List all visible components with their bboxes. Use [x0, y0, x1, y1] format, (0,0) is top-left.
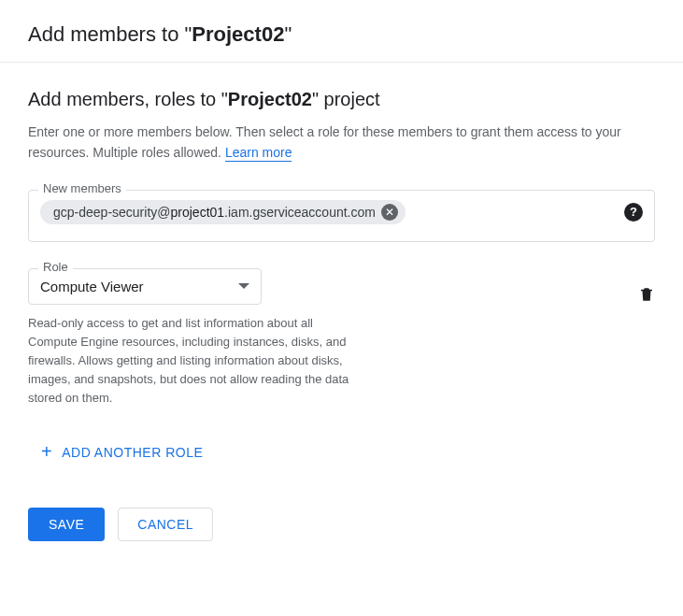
caret-down-icon	[238, 283, 249, 289]
dialog-content: Add members, roles to "Project02" projec…	[0, 63, 683, 567]
heading-prefix: Add members, roles to "	[28, 89, 228, 109]
add-another-role-button[interactable]: + ADD ANOTHER ROLE	[41, 441, 203, 463]
role-select-box[interactable]: Compute Viewer	[29, 269, 261, 304]
delete-role-button[interactable]	[638, 285, 655, 304]
role-select[interactable]: Role Compute Viewer	[28, 268, 262, 305]
role-legend: Role	[38, 260, 73, 274]
new-members-legend: New members	[38, 181, 126, 195]
intro-body: Enter one or more members below. Then se…	[28, 124, 621, 160]
save-button[interactable]: SAVE	[28, 508, 105, 541]
title-suffix: "	[284, 22, 292, 46]
plus-icon: +	[41, 441, 52, 463]
chip-text: gcp-deep-security@project01.iam.gservice…	[53, 205, 376, 220]
intro-text: Enter one or more members below. Then se…	[28, 122, 655, 164]
role-row: Role Compute Viewer Read-only access to …	[28, 268, 655, 408]
role-selected-value: Compute Viewer	[40, 279, 144, 294]
learn-more-link[interactable]: Learn more	[225, 145, 292, 162]
add-role-label: ADD ANOTHER ROLE	[62, 445, 203, 460]
new-members-field[interactable]: New members gcp-deep-security@project01.…	[28, 190, 655, 242]
member-chip[interactable]: gcp-deep-security@project01.iam.gservice…	[40, 200, 406, 224]
role-description: Read-only access to get and list informa…	[28, 314, 355, 408]
dialog-title: Add members to "Project02"	[0, 0, 683, 63]
help-icon[interactable]: ?	[624, 203, 643, 222]
heading-suffix: " project	[312, 89, 380, 109]
role-column: Role Compute Viewer Read-only access to …	[28, 268, 355, 408]
trash-icon	[638, 285, 655, 304]
title-project: Project02	[192, 22, 284, 46]
cancel-button[interactable]: CANCEL	[118, 508, 213, 541]
chip-row: gcp-deep-security@project01.iam.gservice…	[40, 200, 643, 224]
chip-remove-icon[interactable]: ✕	[381, 204, 398, 221]
section-heading: Add members, roles to "Project02" projec…	[28, 89, 655, 110]
button-row: SAVE CANCEL	[28, 508, 655, 541]
heading-project: Project02	[228, 89, 312, 109]
title-prefix: Add members to "	[28, 22, 192, 46]
